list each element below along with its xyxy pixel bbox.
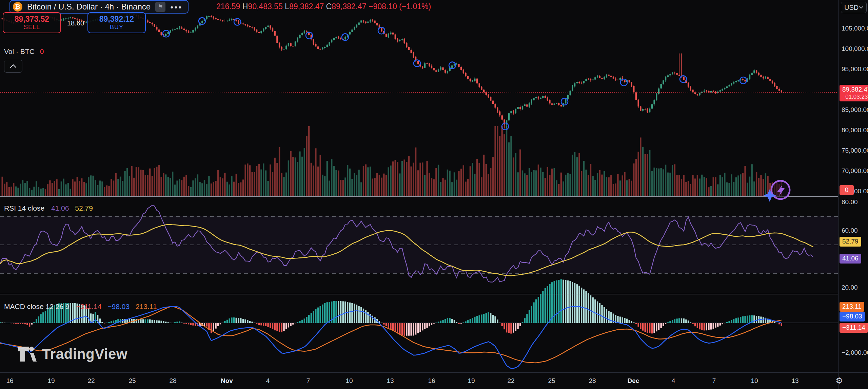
- volume-label: Vol · BTC: [4, 47, 35, 55]
- chevron-up-icon: [10, 64, 17, 68]
- rsi-axis-label: 20.00: [842, 284, 858, 291]
- macd-title: MACD: [4, 303, 25, 310]
- rsi-value-badge: 52.79: [840, 237, 861, 247]
- time-axis-label[interactable]: 22: [507, 377, 514, 385]
- price-axis-label: 75,000.00: [842, 147, 868, 154]
- volume-value: 0: [40, 47, 44, 55]
- ohlc-high-label: H: [242, 2, 248, 11]
- settings-gear-icon[interactable]: ⚙: [835, 376, 843, 386]
- watermark-text: TradingView: [42, 346, 127, 362]
- currency-selector[interactable]: USD: [841, 2, 867, 13]
- spread-value: 18.60: [65, 19, 86, 27]
- macd-params: close 12 26 9: [27, 303, 70, 310]
- macd-hist-value: −311.14: [76, 303, 101, 310]
- time-axis-label[interactable]: 28: [589, 377, 596, 385]
- time-axis-label[interactable]: 25: [129, 377, 136, 385]
- volume-zero-badge: 0: [840, 185, 854, 195]
- rsi-title: RSI: [4, 204, 16, 212]
- time-axis-label[interactable]: 10: [346, 377, 353, 385]
- buy-label: BUY: [110, 24, 123, 31]
- rsi-value-badge: 41.06: [840, 254, 861, 264]
- tradingview-watermark: TradingView: [18, 345, 127, 363]
- pane-separator[interactable]: [0, 196, 838, 197]
- time-axis-label[interactable]: 13: [791, 377, 798, 385]
- macd-axis-label: −2,000.00: [842, 349, 868, 356]
- rsi-axis-label: 80.00: [842, 198, 858, 206]
- time-axis-label[interactable]: 13: [387, 377, 394, 385]
- ohlc-high: 90,483.55: [248, 2, 282, 11]
- current-price-badge: 89,382.4701:03:23: [840, 85, 868, 101]
- price-axis-label: 70,000.00: [842, 167, 868, 175]
- time-axis-label[interactable]: 19: [468, 377, 475, 385]
- time-axis-label[interactable]: Nov: [221, 377, 233, 385]
- time-axis-border: [0, 372, 868, 373]
- trading-chart-window: ₿ Bitcoin / U.S. Dollar · 4h · Binance ⚑…: [0, 0, 868, 389]
- macd-signal-value: 213.11: [136, 303, 157, 310]
- time-axis-label[interactable]: 28: [169, 377, 176, 385]
- ohlc-close: 89,382.47: [332, 2, 366, 11]
- macd-value-badge: −98.03: [840, 312, 865, 322]
- ohlc-low-label: L: [285, 2, 289, 11]
- rsi-ma-value: 52.79: [75, 204, 93, 212]
- time-axis-label[interactable]: 25: [548, 377, 555, 385]
- price-axis-label: 85,000.00: [842, 106, 868, 114]
- more-options-icon[interactable]: ●●●: [170, 4, 182, 10]
- price-axis-label: 95,000.00: [842, 65, 868, 73]
- rsi-legend: RSI 14 close 41.06 52.79: [4, 204, 93, 212]
- chart-canvas[interactable]: [0, 0, 868, 389]
- time-axis-label[interactable]: 22: [87, 377, 95, 385]
- rsi-value: 41.06: [51, 204, 69, 212]
- time-axis-label[interactable]: 16: [428, 377, 435, 385]
- collapse-panel-button[interactable]: [4, 60, 22, 73]
- ohlc-open: 216.59: [216, 2, 240, 11]
- volume-legend: Vol · BTC 0: [4, 47, 44, 56]
- bitcoin-logo-icon: ₿: [13, 2, 22, 12]
- ohlc-low: 89,382.47: [289, 2, 324, 11]
- price-axis-border: [838, 0, 839, 389]
- time-axis-label[interactable]: 7: [712, 377, 716, 385]
- symbol-pill[interactable]: ₿ Bitcoin / U.S. Dollar · 4h · Binance ⚑…: [9, 0, 189, 14]
- chevron-down-icon: [859, 6, 863, 9]
- time-axis-label[interactable]: 10: [751, 377, 758, 385]
- sell-button[interactable]: 89,373.52 SELL: [3, 12, 61, 33]
- ohlc-close-label: C: [326, 2, 332, 11]
- price-axis-label: 105,000.00: [842, 25, 868, 32]
- macd-legend: MACD close 12 26 9 −311.14 −98.03 213.11: [4, 303, 157, 311]
- buy-price: 89,392.12: [99, 15, 134, 23]
- macd-value-badge: 213.11: [840, 302, 864, 312]
- ohlc-readout: 216.59 H90,483.55 L89,382.47 C89,382.47 …: [216, 2, 431, 11]
- time-axis-label[interactable]: 7: [307, 377, 310, 385]
- macd-line-value: −98.03: [107, 303, 130, 310]
- macd-value-badge: −311.14: [840, 323, 868, 333]
- flag-icon[interactable]: ⚑: [155, 2, 165, 12]
- symbol-title: Bitcoin / U.S. Dollar · 4h · Binance: [27, 2, 151, 12]
- time-axis-label[interactable]: 4: [266, 377, 270, 385]
- boost-lightning-icon[interactable]: [762, 177, 793, 206]
- price-axis-label: 80,000.00: [842, 127, 868, 134]
- tradingview-logo-icon: [18, 345, 37, 363]
- time-axis-label[interactable]: 16: [6, 377, 13, 385]
- buy-button[interactable]: 89,392.12 BUY: [87, 12, 146, 33]
- currency-value: USD: [844, 4, 859, 12]
- time-axis-label[interactable]: 4: [672, 377, 675, 385]
- time-axis-label[interactable]: Dec: [628, 377, 639, 385]
- rsi-axis-label: 60.00: [842, 227, 858, 234]
- sell-label: SELL: [24, 24, 40, 31]
- time-axis-label[interactable]: 19: [47, 377, 55, 385]
- pane-separator[interactable]: [0, 294, 838, 294]
- sell-price: 89,373.52: [15, 15, 49, 23]
- price-axis-label: 100,000.00: [842, 45, 868, 53]
- rsi-params: 14 close: [18, 204, 44, 212]
